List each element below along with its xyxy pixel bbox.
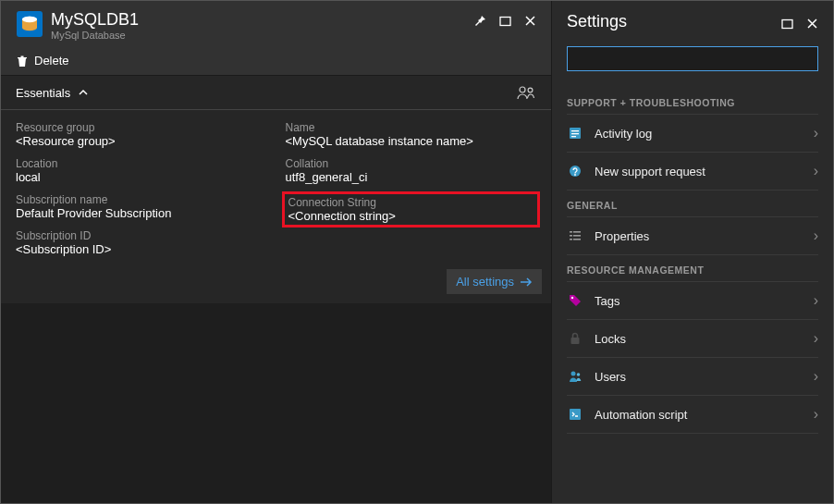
subscription-name-label: Subscription name (16, 193, 267, 206)
chevron-right-icon: › (814, 125, 818, 141)
essentials-label: Essentials (16, 86, 70, 100)
svg-rect-20 (571, 338, 580, 344)
svg-rect-10 (571, 136, 576, 137)
subscription-name-value[interactable]: Default Provider Subscription (16, 206, 267, 220)
connection-string-label: Connection String (288, 196, 534, 209)
activity-log-icon (567, 125, 583, 141)
resource-mgmt-section-header: RESOURCE MANAGEMENT (567, 255, 818, 281)
tag-icon (567, 292, 583, 309)
delete-label: Delete (34, 54, 69, 68)
tags-item[interactable]: Tags › (567, 281, 818, 319)
support-icon (567, 163, 583, 179)
name-value: <MySQL database instance name> (286, 134, 537, 148)
chevron-right-icon: › (814, 163, 818, 179)
chevron-right-icon: › (814, 330, 818, 347)
trash-icon (16, 55, 29, 68)
svg-rect-14 (573, 231, 581, 233)
settings-maximize-icon[interactable] (781, 18, 793, 30)
automation-icon (567, 406, 583, 423)
svg-rect-17 (570, 239, 572, 240)
mysql-db-icon (16, 10, 43, 38)
settings-search-input[interactable] (567, 46, 818, 71)
svg-point-19 (571, 297, 573, 299)
svg-point-4 (520, 87, 525, 92)
support-section-header: SUPPORT + TROUBLESHOOTING (567, 88, 818, 114)
essentials-toggle[interactable]: Essentials (1, 75, 551, 110)
svg-rect-6 (782, 20, 792, 29)
settings-close-icon[interactable] (806, 18, 818, 30)
users-item[interactable]: Users › (567, 357, 818, 395)
page-title: MySQLDB1 (51, 10, 473, 30)
resource-group-value[interactable]: <Resource group> (16, 134, 267, 148)
svg-rect-18 (573, 239, 581, 240)
locks-item[interactable]: Locks › (567, 319, 818, 357)
subscription-id-label: Subscription ID (16, 229, 267, 242)
svg-rect-8 (571, 130, 579, 131)
locks-label: Locks (595, 332, 814, 346)
people-icon[interactable] (516, 85, 536, 100)
svg-point-22 (577, 373, 581, 376)
activity-log-item[interactable]: Activity log › (567, 114, 818, 152)
connection-string-highlight: Connection String <Connection string> (282, 191, 541, 227)
properties-icon (567, 227, 583, 244)
automation-script-item[interactable]: Automation script › (567, 395, 818, 434)
svg-point-12 (574, 174, 576, 176)
subscription-id-value: <Subscription ID> (16, 242, 267, 256)
tags-label: Tags (595, 294, 814, 308)
svg-rect-16 (573, 235, 581, 237)
svg-point-21 (571, 372, 576, 376)
users-label: Users (595, 370, 814, 384)
svg-rect-13 (570, 231, 572, 233)
properties-item[interactable]: Properties › (567, 216, 818, 255)
chevron-right-icon: › (814, 292, 818, 309)
svg-point-2 (22, 17, 37, 22)
properties-label: Properties (595, 229, 814, 243)
svg-rect-15 (570, 235, 572, 237)
lock-icon (567, 330, 583, 347)
all-settings-button[interactable]: All settings (447, 269, 542, 294)
page-subtitle: MySql Database (51, 30, 473, 41)
users-icon (567, 368, 583, 385)
location-label: Location (16, 157, 267, 170)
arrow-right-icon (520, 277, 533, 287)
collation-value: utf8_general_ci (286, 170, 537, 184)
new-support-request-label: New support request (595, 165, 814, 178)
general-section-header: GENERAL (567, 191, 818, 216)
maximize-icon[interactable] (499, 15, 511, 27)
svg-rect-23 (570, 409, 581, 420)
location-value: local (16, 170, 267, 184)
activity-log-label: Activity log (595, 127, 814, 141)
delete-button[interactable]: Delete (16, 54, 69, 68)
chevron-right-icon: › (814, 406, 818, 423)
all-settings-label: All settings (456, 275, 514, 289)
close-icon[interactable] (524, 15, 536, 27)
connection-string-value[interactable]: <Connection string> (288, 209, 534, 223)
resource-group-label: Resource group (16, 121, 267, 134)
pin-icon[interactable] (473, 14, 486, 27)
svg-rect-9 (571, 133, 579, 134)
name-label: Name (286, 121, 537, 134)
svg-rect-3 (500, 17, 510, 25)
settings-title: Settings (567, 12, 781, 31)
collation-label: Collation (286, 157, 537, 170)
svg-point-5 (528, 88, 533, 92)
automation-script-label: Automation script (595, 408, 814, 422)
chevron-right-icon: › (814, 227, 818, 244)
chevron-right-icon: › (814, 368, 818, 385)
chevron-up-icon (78, 87, 89, 98)
new-support-request-item[interactable]: New support request › (567, 152, 818, 191)
